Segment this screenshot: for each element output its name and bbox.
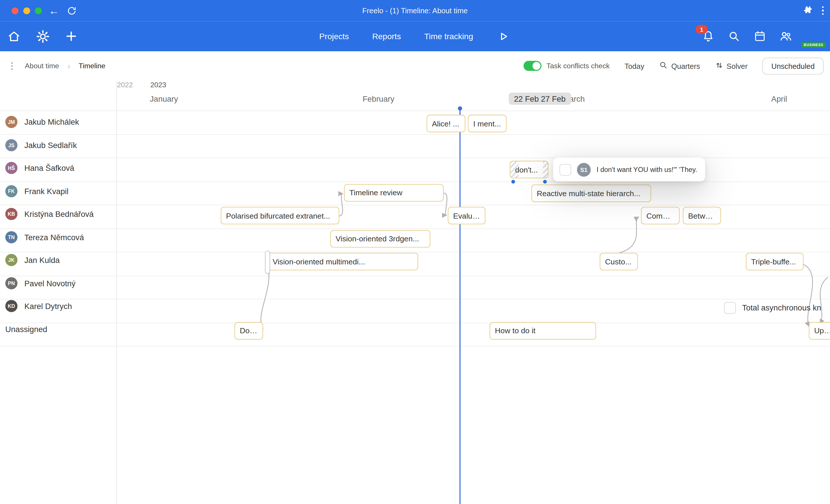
breadcrumb-chevron-icon: ›	[67, 61, 70, 70]
task-bar-upgr[interactable]: Upgr...	[809, 322, 830, 340]
task-label: Triple-buffe...	[751, 258, 798, 266]
task-label: Alice! ...	[432, 119, 460, 128]
task-bar-how-to-do-it[interactable]: How to do it	[490, 322, 596, 340]
person-avatar: HŠ	[5, 162, 17, 174]
notifications-bell-icon[interactable]: 1	[701, 29, 715, 43]
task-bar-custo[interactable]: Custo...	[600, 253, 638, 270]
settings-gear-icon[interactable]	[35, 29, 50, 43]
person-name: Tereza Němcová	[24, 233, 84, 242]
person-name: Karel Dytrych	[24, 302, 72, 310]
month-label-february: February	[362, 94, 394, 103]
nav-projects[interactable]: Projects	[319, 31, 349, 41]
task-label: Dow...	[240, 326, 258, 335]
selected-date-range-pill: 22 Feb 27 Feb	[509, 93, 571, 105]
resize-handle-right[interactable]	[543, 180, 547, 183]
main-nav: Projects Reports Time tracking	[319, 21, 511, 51]
person-name: Frank Kvapil	[24, 187, 68, 196]
app-window: ← Freelo - (1) Timeline: About time Pr	[0, 0, 830, 504]
plan-badge: BUSINESS	[802, 42, 826, 47]
notification-badge: 1	[695, 25, 707, 34]
person-row[interactable]: PN Pavel Novotný	[0, 272, 116, 295]
unscheduled-button[interactable]: Unscheduled	[762, 57, 824, 74]
task-bar-dow[interactable]: Dow...	[234, 322, 263, 340]
breadcrumb-project[interactable]: About time	[25, 62, 59, 70]
task-bar-timeline-review[interactable]: Timeline review	[344, 184, 444, 201]
tooltip-checkbox[interactable]	[560, 164, 571, 175]
task-label: Total asynchronous kn	[742, 303, 821, 312]
person-row[interactable]: JM Jakub Michálek	[0, 110, 116, 134]
team-users-icon[interactable]	[779, 29, 793, 43]
start-timer-play-icon[interactable]	[497, 29, 511, 43]
task-label: Timeline review	[349, 188, 438, 197]
quarters-zoom-icon	[659, 61, 667, 71]
person-row[interactable]: KD Karel Dytrych	[0, 295, 116, 318]
today-button[interactable]: Today	[625, 62, 644, 70]
person-name: Jakub Sedlařík	[24, 140, 77, 149]
person-avatar: KB	[5, 208, 17, 220]
today-line-dot[interactable]	[458, 106, 462, 110]
task-label: don't...	[515, 165, 543, 174]
person-avatar: PN	[5, 277, 17, 289]
person-avatar: FK	[5, 185, 17, 197]
task-bar-polarised[interactable]: Polarised bifurcated extranet...	[221, 207, 339, 224]
nav-time-tracking[interactable]: Time tracking	[424, 31, 473, 41]
task-label: Reactive multi-state hierarch...	[537, 189, 645, 198]
year-label-2023: 2023	[151, 81, 166, 89]
task-bar-dont-selected[interactable]: don't...	[510, 161, 548, 178]
person-avatar: TN	[5, 231, 17, 243]
extensions-puzzle-icon[interactable]	[802, 5, 812, 17]
search-icon[interactable]	[727, 29, 741, 43]
window-title: Freelo - (1) Timeline: About time	[0, 0, 830, 21]
breadcrumb-page[interactable]: Timeline	[79, 62, 105, 70]
month-label-january: January	[150, 94, 178, 103]
nav-reports[interactable]: Reports	[372, 31, 401, 41]
timeline-toolbar: ⋮ About time › Timeline Task conflicts c…	[0, 51, 830, 80]
task-label: Upgr...	[814, 326, 830, 335]
person-row[interactable]: TN Tereza Němcová	[0, 226, 116, 248]
person-avatar: JK	[5, 254, 17, 266]
kebab-menu-icon[interactable]: ⋮	[7, 60, 17, 71]
task-conflicts-toggle[interactable]	[524, 61, 542, 71]
person-name: Jakub Michálek	[24, 117, 79, 127]
person-row[interactable]: KB Kristýna Bednářová	[0, 202, 116, 226]
task-conflicts-label: Task conflicts check	[546, 62, 610, 70]
tooltip-text: I don't want YOU with us!"' 'They.	[597, 166, 697, 174]
home-icon[interactable]	[7, 29, 21, 43]
task-bar-come[interactable]: Come ...	[641, 207, 679, 224]
user-avatar[interactable]: BUSINESS	[805, 27, 823, 45]
task-checkbox[interactable]	[724, 302, 736, 313]
task-bar-betwe[interactable]: Betwe...	[683, 207, 721, 224]
person-row[interactable]: JS Jakub Sedlařík	[0, 134, 116, 157]
task-label: Vision-oriented multimedi...	[273, 258, 413, 266]
person-row[interactable]: JK Jan Kulda	[0, 248, 116, 272]
task-label: How to do it	[495, 326, 590, 335]
calendar-icon[interactable]	[753, 29, 767, 43]
task-bar-evalua[interactable]: Evalua...	[448, 207, 485, 224]
task-label: I ment...	[473, 119, 501, 128]
person-name: Hana Šafková	[24, 164, 74, 172]
person-row-unassigned[interactable]: Unassigned	[0, 318, 116, 341]
person-row[interactable]: FK Frank Kvapil	[0, 180, 116, 203]
task-label: Vision-oriented 3rdgen...	[336, 234, 425, 243]
person-avatar: JM	[5, 116, 17, 128]
task-bar-vision-3rdgen[interactable]: Vision-oriented 3rdgen...	[330, 230, 430, 247]
browser-menu-icon[interactable]	[822, 6, 824, 15]
task-bar-triple-buffered[interactable]: Triple-buffe...	[746, 253, 803, 270]
task-label: Polarised bifurcated extranet...	[226, 211, 334, 220]
task-total-asynchronous[interactable]: Total asynchronous kn	[724, 299, 830, 316]
person-avatar: JS	[5, 139, 17, 151]
task-label: Custo...	[605, 258, 633, 266]
resize-handle-left[interactable]	[511, 180, 515, 183]
task-bar-vision-multimedia[interactable]: Vision-oriented multimedi...	[267, 253, 418, 270]
task-bar-i-ment[interactable]: I ment...	[468, 115, 507, 132]
solver-button[interactable]: Solver	[715, 61, 747, 71]
solver-sort-icon	[715, 61, 723, 71]
task-drag-handle[interactable]	[265, 251, 270, 274]
task-bar-alice[interactable]: Alice! ...	[426, 115, 465, 132]
add-plus-icon[interactable]	[64, 29, 78, 43]
person-row[interactable]: HŠ Hana Šafková	[0, 157, 116, 180]
task-bar-reactive[interactable]: Reactive multi-state hierarch...	[532, 184, 651, 202]
quarters-button[interactable]: Quarters	[659, 61, 700, 71]
person-name: Kristýna Bednářová	[24, 210, 93, 219]
person-name: Unassigned	[5, 325, 47, 334]
